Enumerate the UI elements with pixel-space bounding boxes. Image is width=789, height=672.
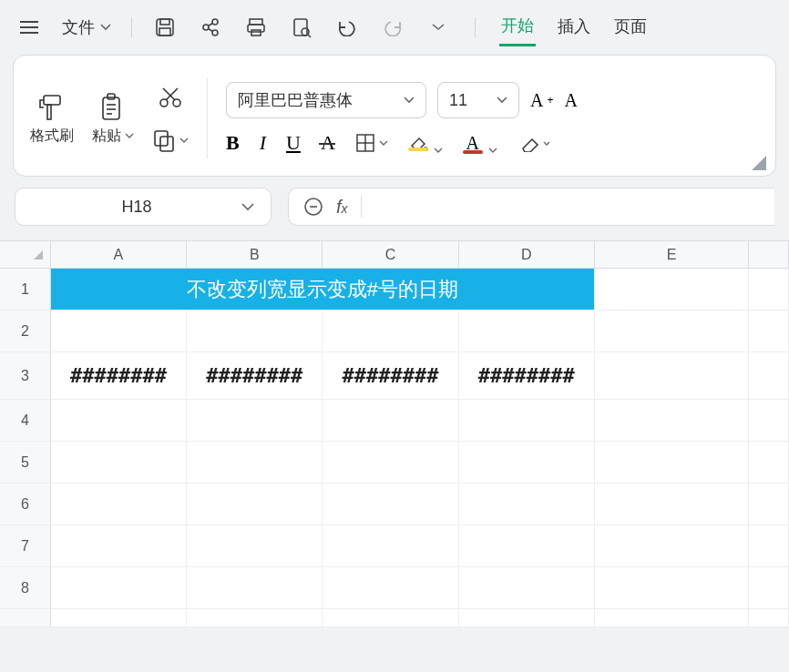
cut-button[interactable]: [158, 85, 183, 110]
cell-B9[interactable]: [187, 609, 323, 627]
cell-B7[interactable]: [187, 525, 323, 567]
tab-page[interactable]: 页面: [612, 10, 649, 45]
cell-D7[interactable]: [459, 525, 595, 567]
print-button[interactable]: [243, 15, 269, 40]
decrease-font-button[interactable]: A: [564, 90, 577, 111]
row-header-9[interactable]: [0, 609, 51, 627]
cell-E5[interactable]: [595, 442, 749, 484]
cell-B6[interactable]: [187, 484, 323, 525]
cell-C8[interactable]: [323, 567, 458, 609]
cell-D4[interactable]: [459, 400, 595, 442]
cell-C7[interactable]: [323, 525, 458, 567]
cell-C4[interactable]: [323, 400, 458, 442]
cell-A7[interactable]: [51, 525, 187, 567]
col-header-D[interactable]: D: [459, 241, 595, 269]
ribbon-expand-icon[interactable]: [752, 156, 766, 170]
col-header-B[interactable]: B: [187, 241, 323, 269]
cell-A1-merged[interactable]: 不改变列宽显示变成#号的日期: [51, 269, 595, 311]
cell-A4[interactable]: [51, 400, 187, 442]
cell-C6[interactable]: [323, 484, 458, 525]
cell-E9[interactable]: [595, 609, 749, 627]
cell-E1[interactable]: [595, 269, 749, 311]
cell-A8[interactable]: [51, 567, 187, 609]
cell-D2[interactable]: [459, 311, 595, 352]
cell-E4[interactable]: [595, 400, 749, 442]
menu-icon[interactable]: [16, 15, 42, 40]
row-header-7[interactable]: 7: [0, 525, 51, 567]
cell-A3[interactable]: ########: [51, 352, 187, 400]
redo-dropdown[interactable]: [425, 15, 451, 40]
format-painter-button[interactable]: 格式刷: [30, 92, 74, 146]
cell-C9[interactable]: [323, 609, 458, 627]
cell-D8[interactable]: [459, 567, 595, 609]
cell-F4[interactable]: [749, 400, 789, 442]
cell-A2[interactable]: [51, 311, 187, 352]
fill-color-button[interactable]: [408, 135, 428, 151]
row-header-1[interactable]: 1: [0, 269, 51, 311]
cell-E2[interactable]: [595, 311, 749, 352]
cell-C2[interactable]: [323, 311, 458, 352]
chevron-down-icon[interactable]: [488, 148, 497, 153]
cell-F7[interactable]: [749, 525, 789, 567]
formula-bar[interactable]: fx: [288, 188, 774, 226]
row-header-4[interactable]: 4: [0, 400, 51, 442]
font-color-button[interactable]: A: [463, 133, 483, 154]
col-header-C[interactable]: C: [323, 241, 458, 269]
cancel-icon[interactable]: [303, 197, 323, 217]
italic-button[interactable]: I: [260, 131, 266, 155]
redo-button[interactable]: [380, 15, 405, 40]
strikethrough-button[interactable]: A: [321, 131, 335, 155]
cell-F5[interactable]: [749, 442, 789, 484]
cell-D9[interactable]: [459, 609, 595, 627]
chevron-down-icon[interactable]: [434, 148, 443, 153]
cell-E7[interactable]: [595, 525, 749, 567]
cell-B3[interactable]: ########: [187, 352, 323, 400]
cell-F3[interactable]: [749, 352, 789, 400]
col-header-extra[interactable]: [749, 241, 789, 269]
font-name-select[interactable]: 阿里巴巴普惠体: [226, 82, 426, 118]
cell-C3[interactable]: ########: [323, 352, 458, 400]
cell-B2[interactable]: [187, 311, 323, 352]
file-menu[interactable]: 文件: [62, 16, 111, 38]
cell-B5[interactable]: [187, 442, 323, 484]
cell-F2[interactable]: [749, 311, 789, 352]
tab-start[interactable]: 开始: [499, 9, 536, 46]
formula-input[interactable]: [374, 198, 760, 217]
cell-B4[interactable]: [187, 400, 323, 442]
print-preview-button[interactable]: [289, 15, 314, 40]
select-all-corner[interactable]: [0, 241, 51, 269]
cell-B8[interactable]: [187, 567, 323, 609]
underline-button[interactable]: U: [286, 131, 301, 155]
row-header-8[interactable]: 8: [0, 567, 51, 609]
borders-button[interactable]: [355, 133, 388, 153]
row-header-3[interactable]: 3: [0, 352, 51, 400]
cell-E6[interactable]: [595, 484, 749, 525]
row-header-6[interactable]: 6: [0, 484, 51, 525]
cell-F1[interactable]: [749, 269, 789, 311]
col-header-A[interactable]: A: [51, 241, 187, 269]
undo-button[interactable]: [334, 15, 360, 40]
row-header-5[interactable]: 5: [0, 442, 51, 484]
name-box[interactable]: H18: [15, 188, 272, 226]
cell-D3[interactable]: ########: [459, 352, 595, 400]
cell-C5[interactable]: [323, 442, 458, 484]
font-size-select[interactable]: 11: [437, 82, 519, 118]
share-button[interactable]: [198, 15, 223, 40]
copy-button[interactable]: [152, 128, 189, 152]
spreadsheet-grid[interactable]: A B C D E 1 不改变列宽显示变成#号的日期 2 3 ######## …: [0, 240, 789, 627]
cell-F6[interactable]: [749, 484, 789, 525]
bold-button[interactable]: B: [226, 131, 240, 155]
cell-A5[interactable]: [51, 442, 187, 484]
col-header-E[interactable]: E: [595, 241, 749, 269]
cell-A6[interactable]: [51, 484, 187, 525]
cell-D5[interactable]: [459, 442, 595, 484]
cell-A9[interactable]: [51, 609, 187, 627]
cell-F8[interactable]: [749, 567, 789, 609]
save-button[interactable]: [152, 15, 178, 40]
row-header-2[interactable]: 2: [0, 311, 51, 352]
cell-E3[interactable]: [595, 352, 749, 400]
tab-insert[interactable]: 插入: [556, 10, 592, 45]
paste-button[interactable]: 粘贴: [92, 92, 134, 146]
cell-E8[interactable]: [595, 567, 749, 609]
cell-D6[interactable]: [459, 484, 595, 525]
